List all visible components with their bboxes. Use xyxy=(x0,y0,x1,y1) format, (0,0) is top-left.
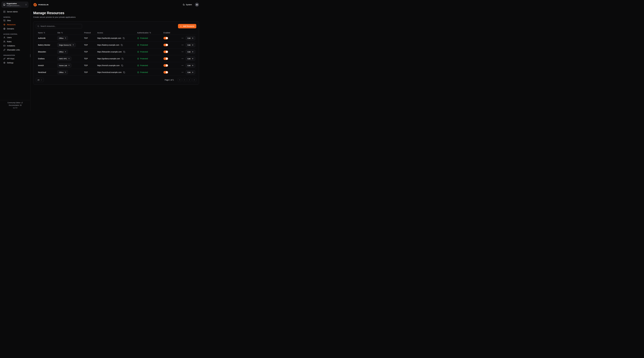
cell-protocol: TCP xyxy=(82,51,95,53)
edit-button[interactable]: Edit xyxy=(186,70,195,74)
row-menu-button[interactable] xyxy=(181,50,184,53)
sort-by-site-button[interactable]: Site xyxy=(57,32,63,34)
cell-auth: Protected xyxy=(135,51,162,53)
copy-url-button[interactable] xyxy=(123,51,126,53)
auth-status-label: Protected xyxy=(140,65,148,67)
enabled-toggle[interactable] xyxy=(164,51,168,53)
edit-button[interactable]: Edit xyxy=(186,63,195,68)
theme-toggle-button[interactable]: System xyxy=(182,3,192,6)
sidebar-item-roles[interactable]: Roles xyxy=(2,40,29,44)
enabled-toggle[interactable] xyxy=(164,57,168,60)
community-edition-link[interactable]: Community Edition xyxy=(0,101,30,104)
copy-icon xyxy=(122,58,124,60)
sidebar-item-sites[interactable]: Sites xyxy=(2,19,29,23)
site-link-button[interactable]: Edge Device 01 xyxy=(57,43,76,47)
page-info: Page 1 of 1 xyxy=(164,79,174,81)
theme-label: System xyxy=(186,4,192,6)
sidebar-item-label: Sites xyxy=(7,20,11,22)
edit-button[interactable]: Edit xyxy=(186,36,195,40)
documentation-label: Documentation xyxy=(9,104,19,106)
sidebar-item-resources[interactable]: Resources xyxy=(2,23,29,27)
sidebar-item-settings[interactable]: Settings xyxy=(2,61,29,65)
site-link-button[interactable]: AWS VPC xyxy=(57,57,71,61)
brand-name: PANGOLIN xyxy=(38,4,48,6)
enabled-toggle[interactable] xyxy=(164,64,168,67)
avatar[interactable]: M xyxy=(195,3,199,7)
sidebar-item-domains[interactable]: Domains xyxy=(2,27,29,31)
sidebar-resize-handle[interactable] xyxy=(30,54,30,57)
site-link-button[interactable]: Office xyxy=(57,70,68,74)
enabled-toggle[interactable] xyxy=(164,71,168,74)
auth-status-badge: Protected xyxy=(137,37,148,39)
row-menu-button[interactable] xyxy=(181,71,184,74)
row-menu-button[interactable] xyxy=(181,64,184,67)
edit-button[interactable]: Edit xyxy=(186,50,195,54)
ellipsis-icon xyxy=(181,44,184,46)
sidebar: Organization milo@fossorial.io's ... Ser… xyxy=(0,0,30,111)
site-name: Office xyxy=(59,37,64,39)
organization-subtitle: milo@fossorial.io's ... xyxy=(6,5,24,7)
column-label: Access xyxy=(97,32,103,34)
first-page-button[interactable] xyxy=(178,78,182,82)
search-input[interactable] xyxy=(36,24,82,28)
sort-icon xyxy=(61,32,63,34)
site-link-button[interactable]: Office xyxy=(57,36,68,40)
cell-auth: Protected xyxy=(135,44,162,46)
organization-title: Organization xyxy=(6,3,24,5)
site-name: Edge Device 01 xyxy=(59,44,71,46)
edit-button[interactable]: Edit xyxy=(186,43,195,47)
copy-url-button[interactable] xyxy=(121,64,124,67)
card-toolbar: Add Resource xyxy=(36,24,196,28)
sidebar-item-server-admin[interactable]: Server Admin xyxy=(2,10,29,14)
last-page-button[interactable] xyxy=(192,78,196,82)
add-resource-button[interactable]: Add Resource xyxy=(178,24,196,28)
auth-status-badge: Protected xyxy=(137,71,148,73)
site-link-button[interactable]: Home Lab xyxy=(57,63,71,68)
cell-access: https://bitwarden.example.com xyxy=(95,51,135,53)
external-link-icon xyxy=(21,102,23,104)
sidebar-item-invitations[interactable]: Invitations xyxy=(2,44,29,48)
cell-site: AWS VPC xyxy=(55,57,82,61)
edit-label: Edit xyxy=(188,71,190,73)
cell-auth: Protected xyxy=(135,65,162,67)
sidebar-item-users[interactable]: Users xyxy=(2,36,29,40)
cell-access: https://battery.example.com xyxy=(95,44,135,46)
toggle-knob xyxy=(166,71,168,73)
section-label-general: GENERAL xyxy=(3,16,29,18)
edit-button[interactable]: Edit xyxy=(186,57,195,61)
auth-status-badge: Protected xyxy=(137,44,148,46)
cell-access: https://immich.example.com xyxy=(95,64,135,67)
row-menu-button[interactable] xyxy=(181,57,184,60)
row-menu-button[interactable] xyxy=(181,37,184,40)
sidebar-item-label: Domains xyxy=(7,28,14,30)
site-link-button[interactable]: Office xyxy=(57,50,68,54)
sidebar-item-api-keys[interactable]: API Keys xyxy=(2,57,29,61)
documentation-link[interactable]: Documentation xyxy=(0,104,30,107)
organization-selector[interactable]: Organization milo@fossorial.io's ... xyxy=(2,2,28,8)
copy-url-button[interactable] xyxy=(123,71,125,74)
avatar-initial: M xyxy=(196,4,198,6)
copy-url-button[interactable] xyxy=(120,44,123,46)
sidebar-item-label: Settings xyxy=(7,62,14,64)
copy-url-button[interactable] xyxy=(121,58,124,60)
enabled-toggle[interactable] xyxy=(164,44,168,46)
sort-icon xyxy=(150,32,151,34)
toggle-knob xyxy=(166,44,168,46)
sort-by-authentication-button[interactable]: Authentication xyxy=(137,32,151,34)
page-size-select[interactable]: 20 xyxy=(36,78,44,82)
sort-by-name-button[interactable]: Name xyxy=(38,32,45,34)
prev-page-button[interactable] xyxy=(183,78,186,82)
enabled-toggle[interactable] xyxy=(164,37,168,40)
cell-enabled xyxy=(162,64,178,67)
next-page-button[interactable] xyxy=(188,78,192,82)
cell-site: Office xyxy=(55,50,82,54)
sidebar-item-shareable-links[interactable]: Shareable Links xyxy=(2,48,29,52)
copy-url-button[interactable] xyxy=(122,37,125,40)
chevron-down-icon xyxy=(40,79,42,81)
cell-enabled xyxy=(162,37,178,40)
shield-check-icon xyxy=(137,71,139,73)
page-size-value: 20 xyxy=(38,79,40,81)
row-menu-button[interactable] xyxy=(181,44,184,46)
resources-icon xyxy=(3,24,6,26)
cell-name: Bitwarden xyxy=(36,51,55,53)
